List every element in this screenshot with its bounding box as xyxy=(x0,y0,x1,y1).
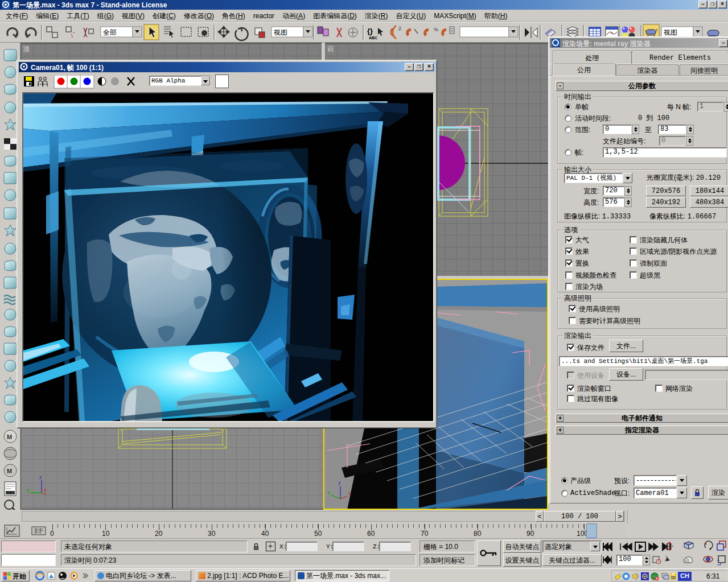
svg-text:z: z xyxy=(39,474,42,480)
svg-text:全部: 全部 xyxy=(103,28,117,36)
svg-text:视图: 视图 xyxy=(663,28,677,36)
svg-text:M: M xyxy=(7,434,12,440)
svg-text:x: x xyxy=(348,490,351,496)
svg-text:y: y xyxy=(328,489,331,495)
svg-text:{}: {} xyxy=(367,27,373,35)
svg-text:M: M xyxy=(7,468,12,474)
svg-text:x: x xyxy=(44,487,47,493)
svg-text:z: z xyxy=(338,480,341,486)
svg-text:%: % xyxy=(434,27,438,32)
svg-text:ABC: ABC xyxy=(369,36,377,40)
svg-text:2: 2 xyxy=(398,26,401,31)
svg-text:y: y xyxy=(27,487,30,493)
svg-text:视图: 视图 xyxy=(273,28,287,36)
